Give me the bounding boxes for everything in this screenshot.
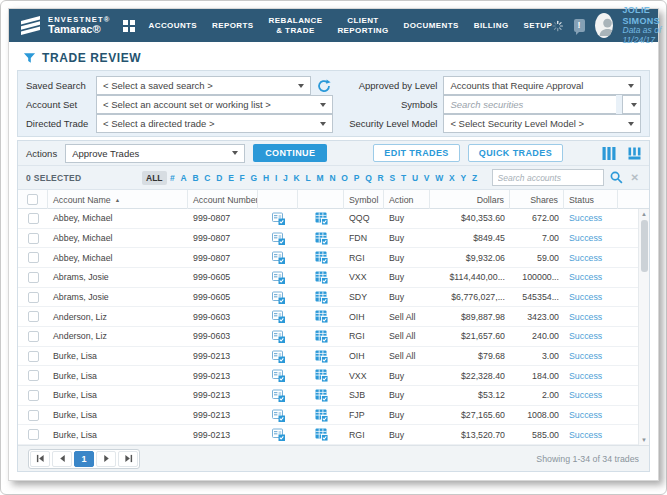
col-symbol[interactable]: Symbol [344,190,384,209]
col-shares[interactable]: Shares [510,190,564,209]
row-checkbox[interactable] [28,292,39,303]
row-checkbox[interactable] [28,410,39,421]
account-details-icon[interactable] [272,232,285,245]
security-level-model-select[interactable]: < Select Security Level Model > [443,114,641,133]
alpha-filter-i[interactable]: I [273,171,280,185]
alpha-filter-g[interactable]: G [248,171,259,185]
model-grid-icon[interactable] [315,369,328,382]
row-checkbox[interactable] [28,370,39,381]
model-grid-icon[interactable] [315,232,328,245]
account-details-icon[interactable] [272,271,285,284]
row-checkbox[interactable] [28,311,39,322]
alpha-filter-#[interactable]: # [168,171,178,185]
table-row[interactable]: Abrams, Josie 999-0605 VXX Buy $114,440,… [18,268,638,288]
row-checkbox[interactable] [28,213,39,224]
alpha-filter-l[interactable]: L [303,171,313,185]
alpha-filter-f[interactable]: F [237,171,247,185]
scroll-down-icon[interactable]: ▼ [641,435,647,445]
alpha-filter-u[interactable]: U [410,171,421,185]
account-set-select[interactable]: < Select an account set or working list … [96,95,333,114]
user-block[interactable]: JOLIE SIMONS Data as of 11/24/17 [623,5,667,45]
scrollbar-thumb[interactable] [641,220,648,272]
approved-by-level-select[interactable]: Accounts that Require Approval [443,76,641,95]
alpha-filter-m[interactable]: M [314,171,326,185]
nav-item-billing[interactable]: BILLING [474,21,509,31]
alpha-filter-s[interactable]: S [387,171,397,185]
nav-item-rebalance-trade[interactable]: REBALANCE & TRADE [269,16,323,35]
table-row[interactable]: Burke, Lisa 999-0213 RGI Buy $13,520.70 … [18,425,638,445]
alpha-filter-all[interactable]: ALL [142,171,167,185]
search-accounts-input[interactable] [492,169,604,186]
model-grid-icon[interactable] [315,291,328,304]
table-row[interactable]: Abrams, Josie 999-0605 SDY Buy $6,776,02… [18,288,638,308]
account-details-icon[interactable] [272,369,285,382]
apps-grid-icon[interactable] [123,20,135,32]
directed-trade-select[interactable]: < Select a directed trade > [96,114,333,133]
table-row[interactable]: Abbey, Michael 999-0807 QQQ Buy $40,353.… [18,209,638,229]
col-account-name[interactable]: Account Name▲ [48,190,188,209]
loading-spinner-icon[interactable] [552,18,564,34]
model-grid-icon[interactable] [315,251,328,264]
alpha-filter-q[interactable]: Q [363,171,374,185]
alpha-filter-v[interactable]: V [421,171,431,185]
model-grid-icon[interactable] [315,350,328,363]
alpha-filter-n[interactable]: N [327,171,338,185]
model-grid-icon[interactable] [315,310,328,323]
table-row[interactable]: Anderson, Liz 999-0603 OIH Sell All $89,… [18,307,638,327]
alpha-filter-j[interactable]: J [281,171,291,185]
row-checkbox[interactable] [28,233,39,244]
table-row[interactable]: Abbey, Michael 999-0807 RGI Buy $9,932.0… [18,248,638,268]
status-link[interactable]: Success [564,371,618,381]
row-checkbox[interactable] [28,429,39,440]
model-grid-icon[interactable] [315,271,328,284]
symbols-dropdown-button[interactable] [622,95,641,114]
status-link[interactable]: Success [564,390,618,400]
account-details-icon[interactable] [272,428,285,441]
columns-icon[interactable] [602,147,616,160]
column-settings-icon[interactable] [628,147,641,160]
table-row[interactable]: Burke, Lisa 999-0213 VXX Buy $22,328.40 … [18,366,638,386]
clear-search-icon[interactable]: ✕ [629,172,641,183]
alpha-filter-o[interactable]: O [339,171,350,185]
model-grid-icon[interactable] [315,330,328,343]
alpha-filter-h[interactable]: H [261,171,272,185]
nav-item-documents[interactable]: DOCUMENTS [404,21,459,31]
status-link[interactable]: Success [564,410,618,420]
table-row[interactable]: Anderson, Liz 999-0603 RGI Sell All $21,… [18,327,638,347]
col-status[interactable]: Status [564,190,618,209]
alpha-filter-d[interactable]: D [214,171,225,185]
model-grid-icon[interactable] [315,428,328,441]
alpha-filter-e[interactable]: E [226,171,236,185]
alpha-filter-x[interactable]: X [447,171,457,185]
search-icon[interactable] [610,171,623,184]
alpha-filter-b[interactable]: B [190,171,201,185]
table-row[interactable]: Abbey, Michael 999-0807 FDN Buy $849.45 … [18,229,638,249]
actions-select[interactable]: Approve Trades [65,144,245,163]
brand-logo[interactable]: ENVESTNET® Tamarac® [19,14,111,38]
refresh-icon[interactable] [317,79,333,93]
row-checkbox[interactable] [28,331,39,342]
first-page-button[interactable] [30,451,50,467]
status-link[interactable]: Success [564,213,618,223]
col-account-number[interactable]: Account Number [188,190,258,209]
alpha-filter-r[interactable]: R [375,171,386,185]
account-details-icon[interactable] [272,310,285,323]
model-grid-icon[interactable] [315,212,328,225]
row-checkbox[interactable] [28,390,39,401]
notification-bubble-icon[interactable]: ! [574,19,585,32]
table-row[interactable]: Burke, Lisa 999-0213 FJP Buy $27,165.60 … [18,406,638,426]
vertical-scrollbar[interactable]: ▲ ▼ [638,209,649,445]
continue-button[interactable]: CONTINUE [253,144,327,162]
account-details-icon[interactable] [272,291,285,304]
status-link[interactable]: Success [564,233,618,243]
quick-trades-button[interactable]: QUICK TRADES [468,144,563,162]
alpha-filter-k[interactable]: K [291,171,302,185]
status-link[interactable]: Success [564,292,618,302]
table-row[interactable]: Burke, Lisa 999-0213 SJB Buy $53.12 2.00 [18,386,638,406]
account-details-icon[interactable] [272,350,285,363]
symbols-input[interactable] [443,95,616,114]
avatar[interactable] [595,13,613,38]
page-1-button[interactable]: 1 [74,451,94,467]
alpha-filter-y[interactable]: Y [458,171,468,185]
alpha-filter-w[interactable]: W [433,171,446,185]
